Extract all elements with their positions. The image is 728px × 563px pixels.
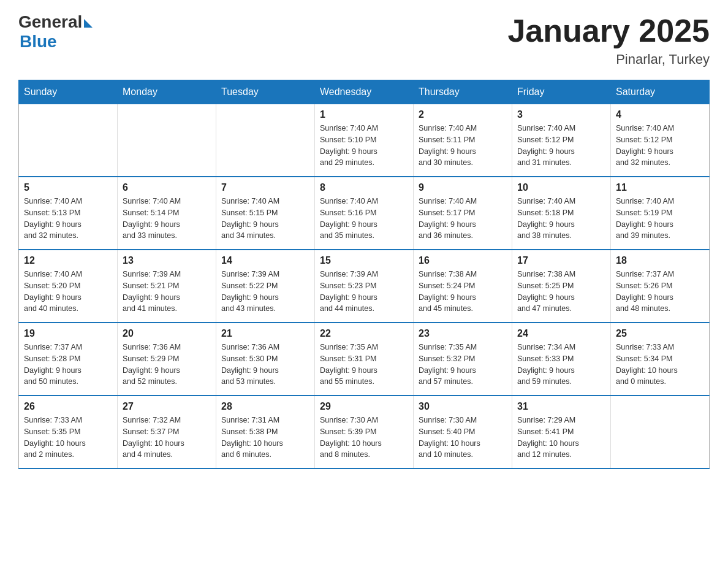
day-number: 16: [419, 255, 507, 266]
day-number: 31: [517, 401, 605, 412]
day-number: 17: [517, 255, 605, 266]
calendar-cell: 7Sunrise: 7:40 AM Sunset: 5:15 PM Daylig…: [216, 177, 315, 250]
day-number: 15: [320, 255, 408, 266]
day-info: Sunrise: 7:37 AM Sunset: 5:28 PM Dayligh…: [24, 342, 112, 388]
day-number: 29: [320, 401, 408, 412]
calendar-cell: 5Sunrise: 7:40 AM Sunset: 5:13 PM Daylig…: [19, 177, 118, 250]
calendar-cell: 18Sunrise: 7:37 AM Sunset: 5:26 PM Dayli…: [611, 250, 710, 323]
day-info: Sunrise: 7:40 AM Sunset: 5:10 PM Dayligh…: [320, 123, 408, 169]
day-info: Sunrise: 7:33 AM Sunset: 5:35 PM Dayligh…: [24, 415, 112, 461]
calendar-cell: 20Sunrise: 7:36 AM Sunset: 5:29 PM Dayli…: [118, 323, 216, 396]
day-info: Sunrise: 7:36 AM Sunset: 5:30 PM Dayligh…: [221, 342, 309, 388]
calendar-cell: [19, 104, 118, 177]
calendar-cell: 15Sunrise: 7:39 AM Sunset: 5:23 PM Dayli…: [315, 250, 414, 323]
calendar-cell: 27Sunrise: 7:32 AM Sunset: 5:37 PM Dayli…: [118, 396, 216, 469]
calendar-week-row: 5Sunrise: 7:40 AM Sunset: 5:13 PM Daylig…: [19, 177, 710, 250]
day-number: 21: [221, 328, 309, 339]
weekday-header-friday: Friday: [512, 80, 611, 104]
day-number: 14: [221, 255, 309, 266]
day-number: 11: [616, 182, 704, 193]
day-info: Sunrise: 7:40 AM Sunset: 5:12 PM Dayligh…: [517, 123, 605, 169]
day-info: Sunrise: 7:38 AM Sunset: 5:24 PM Dayligh…: [419, 269, 507, 315]
day-number: 26: [24, 401, 112, 412]
day-number: 23: [419, 328, 507, 339]
logo-general-text: General: [18, 12, 82, 32]
day-number: 30: [419, 401, 507, 412]
day-number: 2: [419, 109, 507, 120]
day-number: 24: [517, 328, 605, 339]
day-info: Sunrise: 7:38 AM Sunset: 5:25 PM Dayligh…: [517, 269, 605, 315]
weekday-header-wednesday: Wednesday: [315, 80, 414, 104]
day-info: Sunrise: 7:39 AM Sunset: 5:23 PM Dayligh…: [320, 269, 408, 315]
calendar-cell: [118, 104, 216, 177]
calendar-cell: 8Sunrise: 7:40 AM Sunset: 5:16 PM Daylig…: [315, 177, 414, 250]
day-info: Sunrise: 7:30 AM Sunset: 5:39 PM Dayligh…: [320, 415, 408, 461]
day-info: Sunrise: 7:40 AM Sunset: 5:13 PM Dayligh…: [24, 196, 112, 242]
calendar-cell: 22Sunrise: 7:35 AM Sunset: 5:31 PM Dayli…: [315, 323, 414, 396]
day-number: 22: [320, 328, 408, 339]
calendar-cell: 9Sunrise: 7:40 AM Sunset: 5:17 PM Daylig…: [414, 177, 512, 250]
calendar-location: Pinarlar, Turkey: [507, 52, 710, 67]
day-info: Sunrise: 7:37 AM Sunset: 5:26 PM Dayligh…: [616, 269, 704, 315]
day-number: 19: [24, 328, 112, 339]
day-info: Sunrise: 7:36 AM Sunset: 5:29 PM Dayligh…: [123, 342, 211, 388]
calendar-table: SundayMondayTuesdayWednesdayThursdayFrid…: [18, 80, 710, 469]
day-number: 4: [616, 109, 704, 120]
day-info: Sunrise: 7:29 AM Sunset: 5:41 PM Dayligh…: [517, 415, 605, 461]
day-number: 25: [616, 328, 704, 339]
calendar-week-row: 1Sunrise: 7:40 AM Sunset: 5:10 PM Daylig…: [19, 104, 710, 177]
day-info: Sunrise: 7:40 AM Sunset: 5:11 PM Dayligh…: [419, 123, 507, 169]
weekday-header-sunday: Sunday: [19, 80, 118, 104]
day-info: Sunrise: 7:40 AM Sunset: 5:17 PM Dayligh…: [419, 196, 507, 242]
day-info: Sunrise: 7:40 AM Sunset: 5:19 PM Dayligh…: [616, 196, 704, 242]
calendar-cell: 26Sunrise: 7:33 AM Sunset: 5:35 PM Dayli…: [19, 396, 118, 469]
day-number: 8: [320, 182, 408, 193]
calendar-cell: 29Sunrise: 7:30 AM Sunset: 5:39 PM Dayli…: [315, 396, 414, 469]
day-info: Sunrise: 7:40 AM Sunset: 5:14 PM Dayligh…: [123, 196, 211, 242]
calendar-cell: 4Sunrise: 7:40 AM Sunset: 5:12 PM Daylig…: [611, 104, 710, 177]
logo: General Blue: [18, 12, 93, 52]
logo-blue-text: Blue: [20, 32, 93, 52]
day-number: 3: [517, 109, 605, 120]
calendar-cell: 25Sunrise: 7:33 AM Sunset: 5:34 PM Dayli…: [611, 323, 710, 396]
calendar-cell: 2Sunrise: 7:40 AM Sunset: 5:11 PM Daylig…: [414, 104, 512, 177]
calendar-cell: 19Sunrise: 7:37 AM Sunset: 5:28 PM Dayli…: [19, 323, 118, 396]
day-info: Sunrise: 7:34 AM Sunset: 5:33 PM Dayligh…: [517, 342, 605, 388]
weekday-header-thursday: Thursday: [414, 80, 512, 104]
calendar-title: January 2025: [507, 12, 710, 49]
calendar-cell: 6Sunrise: 7:40 AM Sunset: 5:14 PM Daylig…: [118, 177, 216, 250]
day-info: Sunrise: 7:35 AM Sunset: 5:32 PM Dayligh…: [419, 342, 507, 388]
calendar-cell: 23Sunrise: 7:35 AM Sunset: 5:32 PM Dayli…: [414, 323, 512, 396]
calendar-cell: [216, 104, 315, 177]
calendar-cell: 30Sunrise: 7:30 AM Sunset: 5:40 PM Dayli…: [414, 396, 512, 469]
day-number: 7: [221, 182, 309, 193]
logo-arrow-icon: [84, 19, 93, 28]
day-info: Sunrise: 7:31 AM Sunset: 5:38 PM Dayligh…: [221, 415, 309, 461]
calendar-week-row: 19Sunrise: 7:37 AM Sunset: 5:28 PM Dayli…: [19, 323, 710, 396]
day-number: 10: [517, 182, 605, 193]
calendar-cell: 13Sunrise: 7:39 AM Sunset: 5:21 PM Dayli…: [118, 250, 216, 323]
calendar-cell: 11Sunrise: 7:40 AM Sunset: 5:19 PM Dayli…: [611, 177, 710, 250]
day-info: Sunrise: 7:40 AM Sunset: 5:15 PM Dayligh…: [221, 196, 309, 242]
day-info: Sunrise: 7:35 AM Sunset: 5:31 PM Dayligh…: [320, 342, 408, 388]
day-info: Sunrise: 7:33 AM Sunset: 5:34 PM Dayligh…: [616, 342, 704, 388]
day-number: 18: [616, 255, 704, 266]
calendar-cell: 16Sunrise: 7:38 AM Sunset: 5:24 PM Dayli…: [414, 250, 512, 323]
day-number: 12: [24, 255, 112, 266]
day-info: Sunrise: 7:30 AM Sunset: 5:40 PM Dayligh…: [419, 415, 507, 461]
weekday-header-saturday: Saturday: [611, 80, 710, 104]
day-number: 6: [123, 182, 211, 193]
day-info: Sunrise: 7:40 AM Sunset: 5:16 PM Dayligh…: [320, 196, 408, 242]
day-info: Sunrise: 7:40 AM Sunset: 5:12 PM Dayligh…: [616, 123, 704, 169]
day-info: Sunrise: 7:39 AM Sunset: 5:22 PM Dayligh…: [221, 269, 309, 315]
day-number: 13: [123, 255, 211, 266]
day-number: 5: [24, 182, 112, 193]
calendar-cell: [611, 396, 710, 469]
calendar-cell: 3Sunrise: 7:40 AM Sunset: 5:12 PM Daylig…: [512, 104, 611, 177]
calendar-cell: 28Sunrise: 7:31 AM Sunset: 5:38 PM Dayli…: [216, 396, 315, 469]
day-info: Sunrise: 7:40 AM Sunset: 5:18 PM Dayligh…: [517, 196, 605, 242]
calendar-cell: 31Sunrise: 7:29 AM Sunset: 5:41 PM Dayli…: [512, 396, 611, 469]
page-header: General Blue January 2025 Pinarlar, Turk…: [18, 12, 710, 67]
calendar-header-row: SundayMondayTuesdayWednesdayThursdayFrid…: [19, 80, 710, 104]
calendar-cell: 10Sunrise: 7:40 AM Sunset: 5:18 PM Dayli…: [512, 177, 611, 250]
